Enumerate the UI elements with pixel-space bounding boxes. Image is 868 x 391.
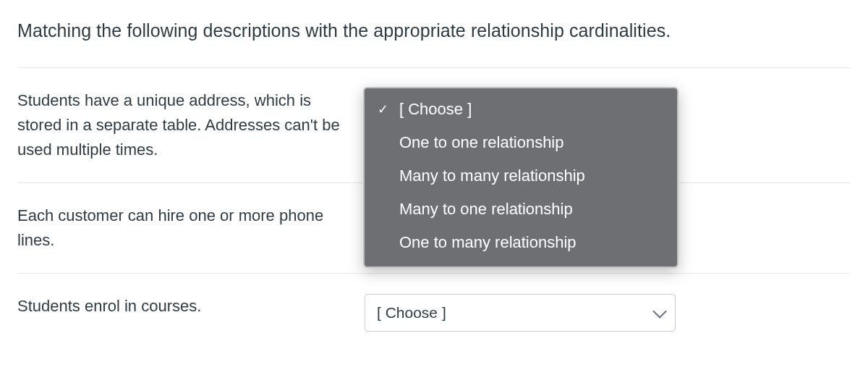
- dropdown-option-one-to-many[interactable]: ✓ One to many relationship: [365, 226, 677, 259]
- dropdown-option-many-to-many[interactable]: ✓ Many to many relationship: [365, 159, 677, 193]
- description-text: Each customer can hire one or more phone…: [17, 203, 365, 253]
- option-label: One to one relationship: [399, 133, 661, 152]
- dropdown-option-one-to-one[interactable]: ✓ One to one relationship: [365, 126, 677, 159]
- select-area: [ Choose ]: [365, 294, 683, 332]
- dropdown-option-choose[interactable]: ✓ [ Choose ]: [365, 93, 677, 126]
- option-label: One to many relationship: [399, 233, 661, 252]
- dropdown-menu[interactable]: ✓ [ Choose ] ✓ One to one relationship ✓…: [363, 87, 678, 268]
- choose-select[interactable]: [ Choose ]: [365, 294, 676, 332]
- option-label: [ Choose ]: [399, 100, 661, 119]
- question-title: Matching the following descriptions with…: [17, 20, 851, 41]
- description-text: Students have a unique address, which is…: [17, 88, 365, 162]
- option-label: Many to many relationship: [399, 167, 661, 185]
- description-text: Students enrol in courses.: [17, 294, 365, 319]
- check-icon: ✓: [378, 101, 392, 117]
- select-placeholder: [ Choose ]: [377, 304, 446, 321]
- match-row: Students have a unique address, which is…: [17, 67, 851, 182]
- match-row: Students enrol in courses. [ Choose ]: [17, 273, 851, 352]
- option-label: Many to one relationship: [399, 200, 661, 219]
- dropdown-option-many-to-one[interactable]: ✓ Many to one relationship: [365, 193, 677, 226]
- chevron-down-icon: [652, 304, 667, 319]
